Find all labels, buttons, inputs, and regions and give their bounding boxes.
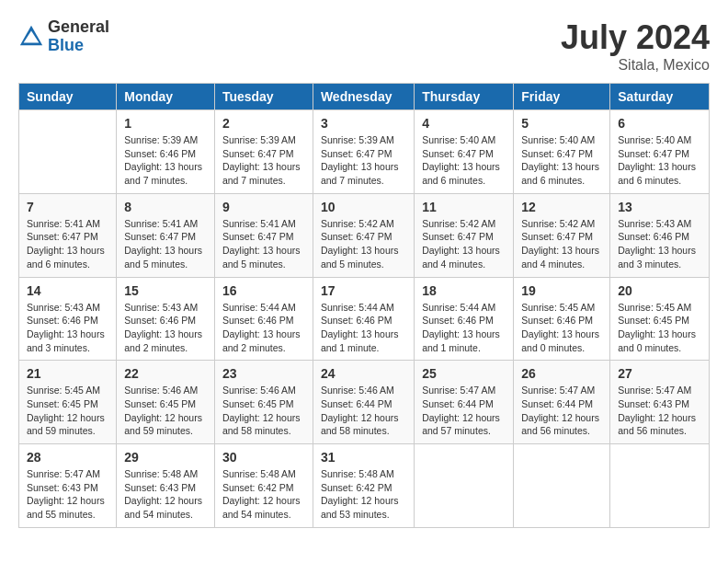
calendar-cell: 19Sunrise: 5:45 AM Sunset: 6:46 PM Dayli… [514, 277, 610, 361]
day-number: 31 [321, 450, 406, 465]
calendar-cell: 10Sunrise: 5:42 AM Sunset: 6:47 PM Dayli… [313, 193, 414, 277]
calendar-cell: 8Sunrise: 5:41 AM Sunset: 6:47 PM Daylig… [117, 193, 215, 277]
calendar-cell: 2Sunrise: 5:39 AM Sunset: 6:47 PM Daylig… [214, 110, 313, 194]
calendar-week-1: 1Sunrise: 5:39 AM Sunset: 6:46 PM Daylig… [19, 110, 710, 194]
day-info: Sunrise: 5:44 AM Sunset: 6:46 PM Dayligh… [222, 301, 305, 355]
day-info: Sunrise: 5:44 AM Sunset: 6:46 PM Dayligh… [321, 301, 406, 355]
day-number: 20 [618, 283, 701, 298]
day-number: 25 [422, 366, 506, 381]
page-header: General Blue July 2024 Sitala, Mexico [18, 18, 710, 74]
day-info: Sunrise: 5:39 AM Sunset: 6:47 PM Dayligh… [321, 133, 406, 188]
day-number: 16 [222, 283, 305, 298]
day-info: Sunrise: 5:39 AM Sunset: 6:47 PM Dayligh… [222, 133, 305, 188]
day-number: 21 [27, 366, 108, 381]
title-area: July 2024 Sitala, Mexico [561, 18, 710, 74]
day-number: 28 [27, 450, 108, 465]
day-number: 15 [124, 283, 207, 298]
day-info: Sunrise: 5:41 AM Sunset: 6:47 PM Dayligh… [27, 217, 108, 271]
header-row: Sunday Monday Tuesday Wednesday Thursday… [19, 84, 710, 110]
calendar-cell: 17Sunrise: 5:44 AM Sunset: 6:46 PM Dayli… [313, 277, 414, 361]
day-number: 27 [618, 366, 701, 381]
day-number: 18 [422, 283, 506, 298]
day-info: Sunrise: 5:40 AM Sunset: 6:47 PM Dayligh… [618, 133, 701, 188]
day-info: Sunrise: 5:45 AM Sunset: 6:45 PM Dayligh… [618, 301, 701, 355]
day-number: 22 [124, 366, 207, 381]
header-wednesday: Wednesday [313, 84, 414, 110]
day-info: Sunrise: 5:42 AM Sunset: 6:47 PM Dayligh… [521, 217, 602, 271]
calendar-cell [415, 444, 514, 528]
day-number: 6 [618, 116, 701, 131]
header-sunday: Sunday [19, 84, 117, 110]
day-number: 11 [422, 200, 506, 214]
day-number: 1 [124, 116, 207, 131]
day-number: 12 [521, 200, 602, 214]
calendar-cell: 1Sunrise: 5:39 AM Sunset: 6:46 PM Daylig… [117, 110, 215, 194]
header-saturday: Saturday [610, 84, 710, 110]
calendar-cell: 28Sunrise: 5:47 AM Sunset: 6:43 PM Dayli… [19, 444, 117, 528]
calendar-cell: 13Sunrise: 5:43 AM Sunset: 6:46 PM Dayli… [610, 193, 710, 277]
day-number: 13 [618, 200, 701, 214]
day-info: Sunrise: 5:41 AM Sunset: 6:47 PM Dayligh… [222, 217, 305, 271]
day-info: Sunrise: 5:41 AM Sunset: 6:47 PM Dayligh… [124, 217, 207, 271]
calendar-week-2: 7Sunrise: 5:41 AM Sunset: 6:47 PM Daylig… [19, 193, 710, 277]
calendar-cell: 24Sunrise: 5:46 AM Sunset: 6:44 PM Dayli… [313, 361, 414, 444]
day-number: 23 [222, 366, 305, 381]
header-thursday: Thursday [415, 84, 514, 110]
day-number: 30 [222, 450, 305, 465]
calendar-cell: 25Sunrise: 5:47 AM Sunset: 6:44 PM Dayli… [415, 361, 514, 444]
header-monday: Monday [117, 84, 215, 110]
calendar-cell [19, 110, 117, 194]
calendar-cell: 14Sunrise: 5:43 AM Sunset: 6:46 PM Dayli… [19, 277, 117, 361]
calendar-cell: 20Sunrise: 5:45 AM Sunset: 6:45 PM Dayli… [610, 277, 710, 361]
day-number: 24 [321, 366, 406, 381]
calendar-cell: 26Sunrise: 5:47 AM Sunset: 6:44 PM Dayli… [514, 361, 610, 444]
day-info: Sunrise: 5:47 AM Sunset: 6:44 PM Dayligh… [422, 384, 506, 438]
calendar-cell: 15Sunrise: 5:43 AM Sunset: 6:46 PM Dayli… [117, 277, 215, 361]
day-number: 7 [27, 200, 108, 214]
calendar-cell: 4Sunrise: 5:40 AM Sunset: 6:47 PM Daylig… [415, 110, 514, 194]
logo: General Blue [18, 18, 109, 55]
day-info: Sunrise: 5:43 AM Sunset: 6:46 PM Dayligh… [124, 301, 207, 355]
day-number: 3 [321, 116, 406, 131]
calendar-cell: 11Sunrise: 5:42 AM Sunset: 6:47 PM Dayli… [415, 193, 514, 277]
day-info: Sunrise: 5:43 AM Sunset: 6:46 PM Dayligh… [618, 217, 701, 271]
day-info: Sunrise: 5:46 AM Sunset: 6:45 PM Dayligh… [222, 384, 305, 438]
calendar-cell: 3Sunrise: 5:39 AM Sunset: 6:47 PM Daylig… [313, 110, 414, 194]
day-info: Sunrise: 5:48 AM Sunset: 6:42 PM Dayligh… [321, 467, 406, 522]
calendar-cell: 23Sunrise: 5:46 AM Sunset: 6:45 PM Dayli… [214, 361, 313, 444]
day-info: Sunrise: 5:46 AM Sunset: 6:45 PM Dayligh… [124, 384, 207, 438]
calendar-table: Sunday Monday Tuesday Wednesday Thursday… [18, 83, 710, 528]
day-number: 29 [124, 450, 207, 465]
day-info: Sunrise: 5:47 AM Sunset: 6:44 PM Dayligh… [521, 384, 602, 438]
day-info: Sunrise: 5:43 AM Sunset: 6:46 PM Dayligh… [27, 301, 108, 355]
logo-text: General Blue [48, 18, 109, 55]
day-info: Sunrise: 5:46 AM Sunset: 6:44 PM Dayligh… [321, 384, 406, 438]
day-number: 9 [222, 200, 305, 214]
day-number: 2 [222, 116, 305, 131]
calendar-cell: 5Sunrise: 5:40 AM Sunset: 6:47 PM Daylig… [514, 110, 610, 194]
calendar-cell: 16Sunrise: 5:44 AM Sunset: 6:46 PM Dayli… [214, 277, 313, 361]
calendar-week-5: 28Sunrise: 5:47 AM Sunset: 6:43 PM Dayli… [19, 444, 710, 528]
calendar-cell: 9Sunrise: 5:41 AM Sunset: 6:47 PM Daylig… [214, 193, 313, 277]
day-info: Sunrise: 5:45 AM Sunset: 6:45 PM Dayligh… [27, 384, 108, 438]
calendar-cell: 18Sunrise: 5:44 AM Sunset: 6:46 PM Dayli… [415, 277, 514, 361]
calendar-cell: 30Sunrise: 5:48 AM Sunset: 6:42 PM Dayli… [214, 444, 313, 528]
calendar-cell: 21Sunrise: 5:45 AM Sunset: 6:45 PM Dayli… [19, 361, 117, 444]
day-info: Sunrise: 5:40 AM Sunset: 6:47 PM Dayligh… [422, 133, 506, 188]
calendar-cell [610, 444, 710, 528]
calendar-week-3: 14Sunrise: 5:43 AM Sunset: 6:46 PM Dayli… [19, 277, 710, 361]
day-info: Sunrise: 5:42 AM Sunset: 6:47 PM Dayligh… [422, 217, 506, 271]
calendar-cell: 22Sunrise: 5:46 AM Sunset: 6:45 PM Dayli… [117, 361, 215, 444]
day-number: 4 [422, 116, 506, 131]
logo-general: General [48, 18, 109, 37]
calendar-week-4: 21Sunrise: 5:45 AM Sunset: 6:45 PM Dayli… [19, 361, 710, 444]
location: Sitala, Mexico [561, 57, 710, 74]
day-number: 5 [521, 116, 602, 131]
day-number: 17 [321, 283, 406, 298]
calendar-body: 1Sunrise: 5:39 AM Sunset: 6:46 PM Daylig… [19, 110, 710, 528]
day-info: Sunrise: 5:48 AM Sunset: 6:43 PM Dayligh… [124, 467, 207, 522]
day-info: Sunrise: 5:48 AM Sunset: 6:42 PM Dayligh… [222, 467, 305, 522]
calendar-cell: 27Sunrise: 5:47 AM Sunset: 6:43 PM Dayli… [610, 361, 710, 444]
calendar-cell: 31Sunrise: 5:48 AM Sunset: 6:42 PM Dayli… [313, 444, 414, 528]
day-info: Sunrise: 5:47 AM Sunset: 6:43 PM Dayligh… [618, 384, 701, 438]
